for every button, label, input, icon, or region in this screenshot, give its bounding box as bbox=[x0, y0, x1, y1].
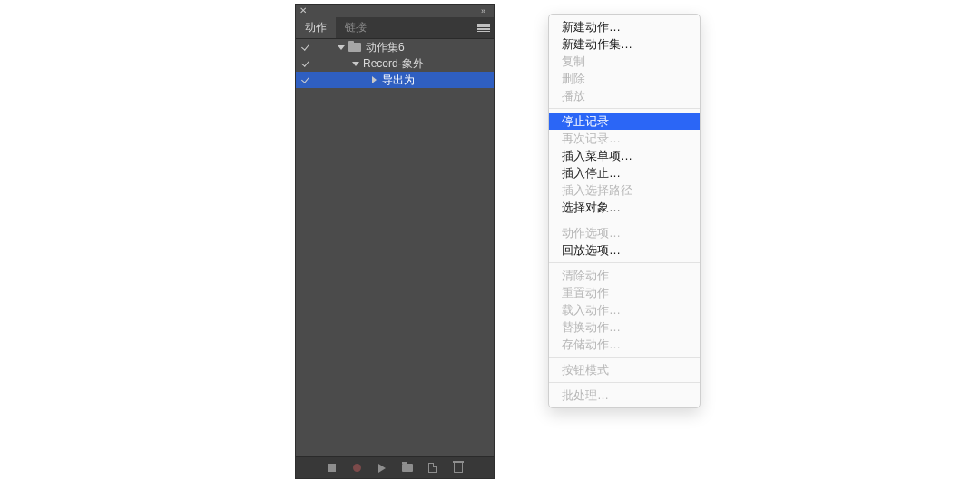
tab-actions[interactable]: 动作 bbox=[296, 17, 336, 38]
menu-duplicate: 复制 bbox=[549, 53, 700, 70]
visibility-toggle[interactable] bbox=[296, 43, 316, 53]
menu-clear-actions: 清除动作 bbox=[549, 267, 700, 284]
panel-toolbar bbox=[296, 456, 494, 478]
delete-button[interactable] bbox=[452, 462, 465, 475]
play-button[interactable] bbox=[376, 462, 388, 475]
menu-separator bbox=[549, 220, 700, 220]
menu-reset-actions: 重置动作 bbox=[549, 284, 700, 301]
menu-load-actions: 载入动作… bbox=[549, 301, 700, 318]
hamburger-icon bbox=[477, 24, 490, 33]
tree-label: 动作集6 bbox=[366, 40, 405, 55]
menu-batch: 批处理… bbox=[549, 387, 700, 404]
tree-row-step[interactable]: 导出为 bbox=[296, 72, 494, 88]
chevron-right-icon[interactable] bbox=[372, 76, 377, 83]
menu-separator bbox=[549, 382, 700, 383]
tree-label: 导出为 bbox=[382, 73, 415, 88]
new-set-button[interactable] bbox=[401, 462, 414, 475]
menu-insert-path: 插入选择路径 bbox=[549, 181, 700, 199]
stop-icon bbox=[328, 464, 336, 472]
stop-button[interactable] bbox=[325, 462, 338, 475]
check-icon bbox=[301, 59, 311, 69]
new-icon bbox=[428, 463, 437, 473]
panel-menu-button[interactable] bbox=[474, 17, 494, 38]
actions-tree: 动作集6 Record-象外 导出为 bbox=[296, 39, 494, 456]
menu-new-action[interactable]: 新建动作… bbox=[549, 18, 700, 35]
actions-panel: ✕ » 动作 链接 动作集6 Record-象外 bbox=[296, 5, 494, 478]
chevron-down-icon[interactable] bbox=[352, 62, 359, 66]
tree-row-set[interactable]: 动作集6 bbox=[296, 39, 494, 55]
trash-icon bbox=[454, 463, 463, 473]
menu-action-options: 动作选项… bbox=[549, 224, 700, 241]
menu-separator bbox=[549, 108, 700, 109]
collapse-icon[interactable]: » bbox=[481, 6, 490, 15]
panel-tabs: 动作 链接 bbox=[296, 17, 494, 39]
menu-button-mode: 按钮模式 bbox=[549, 361, 700, 378]
record-button[interactable] bbox=[350, 462, 363, 475]
menu-play: 播放 bbox=[549, 87, 700, 104]
menu-save-actions: 存储动作… bbox=[549, 336, 700, 353]
check-icon bbox=[301, 75, 311, 85]
folder-icon bbox=[402, 464, 413, 472]
menu-select-object[interactable]: 选择对象… bbox=[549, 199, 700, 216]
menu-stop-recording[interactable]: 停止记录 bbox=[549, 113, 700, 130]
chevron-down-icon[interactable] bbox=[338, 45, 345, 50]
visibility-toggle[interactable] bbox=[296, 59, 316, 69]
visibility-toggle[interactable] bbox=[296, 75, 316, 85]
close-icon[interactable]: ✕ bbox=[299, 6, 309, 15]
panel-titlebar: ✕ » bbox=[296, 5, 494, 17]
folder-icon bbox=[348, 43, 361, 52]
tab-links[interactable]: 链接 bbox=[336, 17, 376, 38]
play-icon bbox=[378, 464, 386, 473]
menu-separator bbox=[549, 262, 700, 263]
menu-delete: 删除 bbox=[549, 70, 700, 87]
new-action-button[interactable] bbox=[426, 462, 439, 475]
check-icon bbox=[301, 43, 311, 53]
record-icon bbox=[353, 464, 361, 472]
menu-rerecord: 再次记录… bbox=[549, 130, 700, 147]
tree-row-action[interactable]: Record-象外 bbox=[296, 55, 494, 72]
menu-replace-actions: 替换动作… bbox=[549, 318, 700, 336]
tree-label: Record-象外 bbox=[363, 56, 424, 72]
menu-new-set[interactable]: 新建动作集… bbox=[549, 35, 700, 53]
menu-separator bbox=[549, 357, 700, 358]
panel-context-menu: 新建动作… 新建动作集… 复制 删除 播放 停止记录 再次记录… 插入菜单项… … bbox=[548, 14, 701, 408]
menu-insert-menu-item[interactable]: 插入菜单项… bbox=[549, 147, 700, 164]
menu-playback-options[interactable]: 回放选项… bbox=[549, 241, 700, 259]
menu-insert-stop[interactable]: 插入停止… bbox=[549, 164, 700, 181]
